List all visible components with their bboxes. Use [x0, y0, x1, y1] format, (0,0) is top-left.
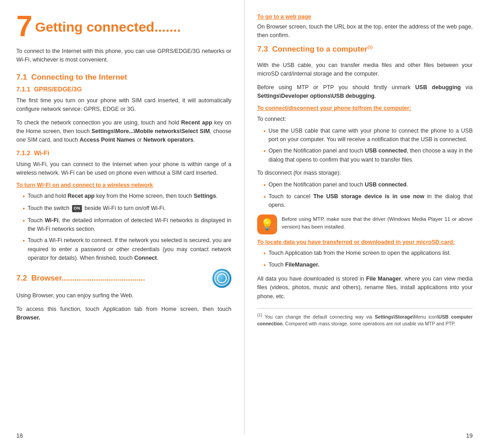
locate-data-link: To locate data you have transferred or d…	[257, 239, 473, 245]
section-71-title: 7.1 Connecting to the Internet	[16, 73, 231, 82]
bullet-dot: •	[23, 217, 25, 226]
bullet-dot: •	[23, 237, 25, 246]
note-box: 💡 Before using MTP, make sure that the d…	[257, 214, 473, 234]
note-icon: 💡	[257, 214, 277, 234]
section-73-final: All data you have downloaded is stored i…	[257, 275, 473, 301]
wifi-turn-on-link: To turn Wi-Fi on and connect to a wirele…	[16, 182, 231, 188]
section-73-title: 7.3 Connecting to a computer(1)	[257, 45, 373, 54]
chapter-intro: To connect to the Internet with this pho…	[16, 47, 231, 65]
section-72-para2: To access this function, touch Applicati…	[16, 305, 231, 323]
disconnect-bullets: • Open the Notification panel and touch …	[264, 181, 473, 210]
section-711-para1: The first time you turn on your phone wi…	[16, 96, 231, 114]
bullet-item: • Touch the switch ON beside Wi-Fi to tu…	[23, 204, 231, 214]
bullet-dot: •	[23, 205, 25, 214]
bullet-dot: •	[264, 193, 266, 202]
bullet-dot: •	[264, 249, 266, 258]
bullet-item: • Open the Notification panel and touch …	[264, 147, 473, 164]
connect-bullets: • Use the USB cable that came with your …	[264, 127, 473, 165]
section-712-para1: Using Wi-Fi, you can connect to the Inte…	[16, 160, 231, 178]
bullet-item: • Touch and hold Recet app key from the …	[23, 192, 231, 201]
connect-disconnect-link: To connect/disconnect your phone to/from…	[257, 105, 473, 111]
page-wrapper: 7 Getting connected....... To connect to…	[0, 0, 489, 448]
section-73-para2: Before using MTP or PTP you should first…	[257, 83, 473, 101]
section-72-header: 7.2 Browser.............................…	[16, 269, 231, 288]
bullet-item: • Touch Wi-Fi, the detailed information …	[23, 216, 231, 234]
chapter-title: Getting connected.......	[35, 14, 181, 35]
section-73-header: 7.3 Connecting to a computer(1)	[257, 45, 473, 57]
note-icon-symbol: 💡	[260, 218, 274, 231]
bullet-dot: •	[264, 261, 266, 270]
section-72: 7.2 Browser.............................…	[16, 269, 231, 322]
to-disconnect-label: To disconnect (for mass storage):	[257, 169, 473, 177]
browser-icon-inner	[217, 273, 227, 283]
right-column: To go to a web page On Browser screen, t…	[244, 0, 489, 434]
wifi-switch-label: ON	[72, 205, 82, 212]
section-711-para2: To check the network connection you are …	[16, 119, 231, 145]
browser-icon	[212, 269, 231, 288]
left-column: 7 Getting connected....... To connect to…	[0, 0, 244, 434]
section-72-title: 7.2 Browser.............................…	[16, 274, 212, 283]
bullet-dot: •	[264, 181, 266, 190]
go-to-web-link: To go to a web page	[257, 14, 473, 20]
goto-web-text: On Browser screen, touch the URL box at …	[257, 23, 473, 40]
chapter-number: 7	[16, 12, 33, 41]
bullet-dot: •	[23, 192, 25, 201]
bullet-item: • Touch a Wi-Fi network to connect. If t…	[23, 236, 231, 262]
bullet-item: • Open the Notification panel and touch …	[264, 181, 473, 190]
wifi-bullet-list: • Touch and hold Recet app key from the …	[23, 192, 231, 262]
section-73-para1: With the USB cable, you can transfer med…	[257, 61, 473, 79]
chapter-header: 7 Getting connected.......	[16, 14, 231, 41]
note-text: Before using MTP, make sure that the dri…	[282, 214, 473, 231]
bullet-dot: •	[264, 127, 266, 136]
footnote-text: (1) You can change the default connectin…	[257, 312, 473, 328]
section-72-para1: Using Browser, you can enjoy surfing the…	[16, 291, 231, 300]
section-712-title: 7.1.2 Wi-Fi	[16, 149, 231, 157]
columns-wrapper: 7 Getting connected....... To connect to…	[0, 0, 489, 434]
footnote-section: (1) You can change the default connectin…	[257, 308, 473, 328]
page-number-left: 18	[16, 432, 23, 439]
to-connect-label: To connect:	[257, 115, 473, 124]
page-number-right: 19	[466, 432, 473, 439]
section-711-title: 7.1.1 GPRS/EDGE/3G	[16, 86, 231, 93]
bullet-item: • Use the USB cable that came with your …	[264, 127, 473, 144]
locate-bullets: • Touch Application tab from the Home sc…	[264, 249, 473, 270]
bullet-item: • Touch Application tab from the Home sc…	[264, 249, 473, 258]
bullet-item: • Touch FileManager.	[264, 261, 473, 270]
bullet-item: • Touch to cancel The USB storage device…	[264, 192, 473, 210]
bullet-dot: •	[264, 147, 266, 156]
